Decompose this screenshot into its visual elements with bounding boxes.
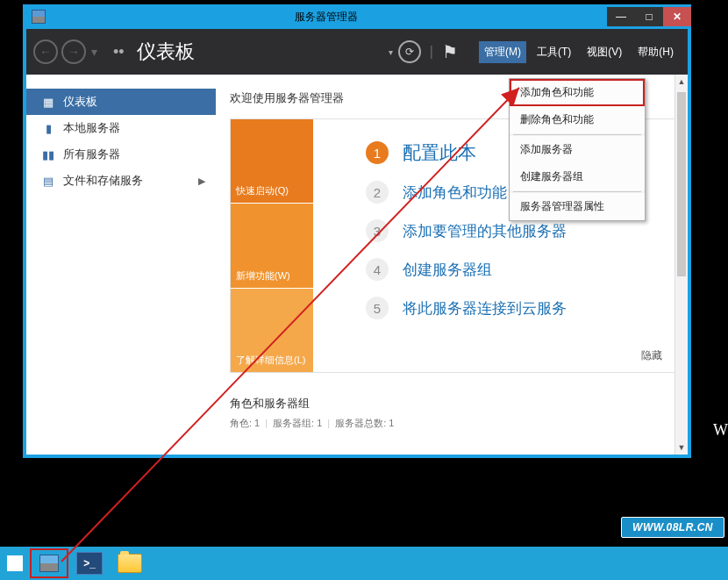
menu-view[interactable]: 视图(V) — [582, 41, 627, 63]
server-icon: ▮ — [42, 122, 54, 134]
dropdown-separator — [513, 134, 641, 135]
maximize-button[interactable]: □ — [635, 7, 663, 26]
refresh-icon[interactable]: ⟳ — [398, 40, 421, 63]
toolbar-separator: | — [430, 44, 433, 60]
sidebar-item-local-server[interactable]: ▮ 本地服务器 — [26, 115, 216, 141]
step-number: 5 — [366, 297, 389, 319]
nav-dropdown-icon[interactable]: ▾ — [91, 45, 97, 59]
step-label: 添加要管理的其他服务器 — [403, 221, 567, 241]
refresh-dropdown-icon[interactable]: ▾ — [389, 47, 393, 57]
step-label: 添加角色和功能 — [403, 183, 507, 203]
powershell-icon: >_ — [76, 552, 103, 575]
dropdown-separator — [513, 191, 641, 192]
window-title: 服务器管理器 — [46, 10, 607, 25]
dropdown-create-group[interactable]: 创建服务器组 — [510, 163, 645, 190]
folder-icon — [118, 554, 142, 573]
dropdown-add-roles[interactable]: 添加角色和功能 — [510, 79, 645, 106]
roles-groups-summary: 角色: 1|服务器组: 1|服务器总数: 1 — [230, 417, 677, 430]
sidebar: ▦ 仪表板 ▮ 本地服务器 ▮▮ 所有服务器 ▤ 文件和存储服务 ▶ — [26, 75, 216, 455]
dashboard-icon: ▦ — [42, 96, 54, 108]
step-label: 配置此本 — [403, 140, 476, 165]
dropdown-properties[interactable]: 服务器管理器属性 — [510, 193, 645, 220]
sidebar-item-label: 本地服务器 — [63, 120, 120, 136]
tile-learn-more[interactable]: 了解详细信息(L) — [231, 288, 313, 372]
step-number: 3 — [366, 219, 389, 242]
step-label: 将此服务器连接到云服务 — [403, 298, 567, 319]
hide-link[interactable]: 隐藏 — [641, 348, 662, 363]
taskbar-explorer[interactable] — [111, 548, 149, 578]
scroll-up-icon[interactable]: ▲ — [675, 75, 688, 89]
title-bar: 服务器管理器 — □ ✕ — [23, 4, 691, 29]
toolbar: ← → ▾ •• 仪表板 ▾ ⟳ | ⚑ 管理(M) 工具(T) 视图(V) 帮… — [26, 29, 688, 75]
app-icon — [32, 10, 46, 24]
step-number: 1 — [366, 141, 389, 164]
chevron-right-icon: ▶ — [198, 175, 205, 187]
scrollbar[interactable]: ▲ ▼ — [674, 75, 688, 455]
sidebar-item-label: 文件和存储服务 — [63, 173, 143, 189]
sidebar-item-label: 仪表板 — [63, 94, 97, 110]
step-add-servers[interactable]: 3 添加要管理的其他服务器 — [366, 219, 659, 242]
step-number: 4 — [366, 258, 389, 281]
watermark: WWW.08LR.CN — [621, 517, 724, 538]
tile-quick-start[interactable]: 快速启动(Q) — [231, 119, 313, 203]
servers-icon: ▮▮ — [42, 148, 54, 161]
tile-new-features[interactable]: 新增功能(W) — [231, 203, 313, 287]
back-button[interactable]: ← — [33, 39, 58, 64]
taskbar-powershell[interactable]: >_ — [70, 548, 109, 578]
scroll-down-icon[interactable]: ▼ — [675, 440, 688, 455]
menu-help[interactable]: 帮助(H) — [632, 41, 679, 63]
minimize-button[interactable]: — — [607, 7, 635, 26]
forward-button[interactable]: → — [61, 39, 86, 64]
taskbar-server-manager[interactable] — [30, 548, 68, 578]
scroll-thumb[interactable] — [677, 92, 686, 276]
step-create-group[interactable]: 4 创建服务器组 — [366, 258, 659, 281]
manage-dropdown: 添加角色和功能 删除角色和功能 添加服务器 创建服务器组 服务器管理器属性 — [509, 78, 646, 221]
roles-groups-heading: 角色和服务器组 — [230, 396, 677, 412]
start-button[interactable] — [2, 548, 28, 578]
close-button[interactable]: ✕ — [663, 7, 691, 26]
sidebar-item-dashboard[interactable]: ▦ 仪表板 — [26, 89, 216, 115]
menu-manage[interactable]: 管理(M) — [479, 41, 526, 63]
step-connect-cloud[interactable]: 5 将此服务器连接到云服务 — [366, 297, 659, 319]
sidebar-item-label: 所有服务器 — [63, 147, 120, 162]
server-manager-icon — [39, 555, 59, 572]
breadcrumb-separator: •• — [113, 43, 125, 61]
watermark-fragment: W — [713, 421, 728, 440]
menu-tools[interactable]: 工具(T) — [532, 41, 576, 63]
dropdown-add-server[interactable]: 添加服务器 — [510, 136, 645, 163]
sidebar-item-file-storage[interactable]: ▤ 文件和存储服务 ▶ — [26, 168, 216, 194]
dropdown-remove-roles[interactable]: 删除角色和功能 — [510, 106, 645, 133]
breadcrumb-title: 仪表板 — [137, 39, 195, 65]
step-number: 2 — [366, 181, 389, 204]
taskbar: >_ — [0, 547, 728, 580]
windows-icon — [7, 555, 23, 571]
flag-icon[interactable]: ⚑ — [442, 41, 458, 62]
storage-icon: ▤ — [42, 175, 54, 187]
sidebar-item-all-servers[interactable]: ▮▮ 所有服务器 — [26, 141, 216, 168]
step-label: 创建服务器组 — [403, 260, 492, 280]
